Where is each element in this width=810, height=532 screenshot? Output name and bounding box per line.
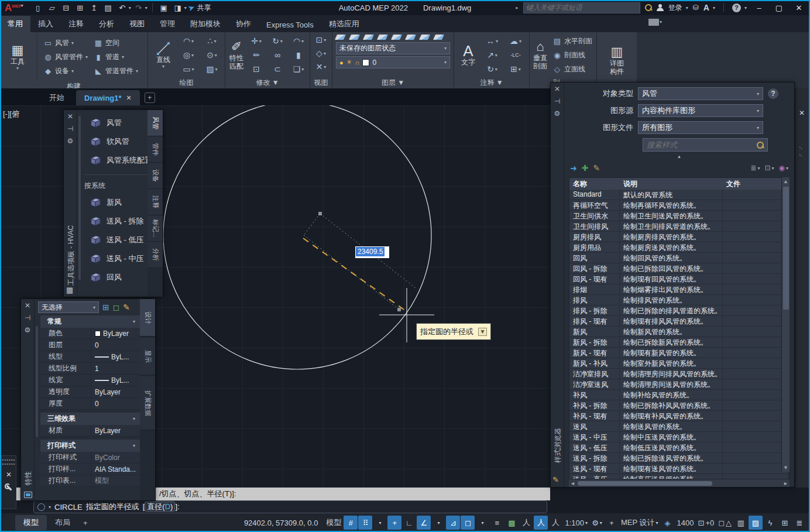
drawing1-tab[interactable]: Drawing1* ✕ — [76, 90, 140, 105]
layout-viewports-button[interactable]: ◨ — [171, 2, 184, 13]
search-icon[interactable] — [645, 4, 652, 11]
array-button[interactable]: ❏▾ — [290, 63, 307, 75]
property-row[interactable]: 线宽 ByL... — [40, 375, 140, 386]
apply-style-icon[interactable]: ➜ — [570, 163, 577, 173]
help-search-box[interactable] — [523, 2, 640, 13]
panel-label-annotate[interactable]: 注释 ▼ — [454, 78, 529, 88]
ribbon-tab[interactable]: 注释 — [61, 16, 91, 32]
help-icon[interactable]: ? — [732, 4, 741, 12]
style-row[interactable]: 排风 - 拆除 绘制已拆除的排风管道的系统。 — [569, 306, 789, 316]
ribbon-tab[interactable]: 管理 — [152, 16, 183, 32]
layer-match-icon[interactable] — [433, 35, 444, 40]
layer-prev-icon[interactable] — [419, 35, 430, 40]
style-row[interactable]: 卫生间供水 绘制卫生间送风管的系统。 — [569, 211, 789, 221]
vertical-scrollbar[interactable]: ▲ ▼ — [781, 177, 790, 472]
table-header[interactable]: 名称 说明 文件 — [569, 178, 789, 190]
ribbon-tab[interactable]: Express Tools — [259, 18, 321, 32]
join-button[interactable]: ∞ — [269, 49, 286, 61]
selection-dropdown[interactable]: 无选择▾ — [38, 301, 99, 313]
box-button[interactable]: ⊡ — [248, 63, 265, 75]
layer-dropdown[interactable]: ● ☀ ∩ 0▾ — [336, 56, 450, 68]
scroll-right-icon[interactable]: ► — [783, 480, 788, 486]
rectangle-button[interactable]: ▭▾ — [179, 63, 198, 75]
model-paper-toggle[interactable]: 模型 — [324, 516, 343, 530]
sign-in-link[interactable]: 登录 — [668, 3, 682, 13]
ribbon-tab[interactable]: 视图 — [122, 16, 152, 32]
style-row[interactable]: 厨房排风 绘制厨房排风管的系统。 — [569, 232, 789, 242]
section-3d-effects[interactable]: 三维效果▾ — [40, 413, 140, 425]
palette-tab[interactable]: 管件 — [147, 136, 163, 163]
style-search-input[interactable] — [647, 140, 757, 149]
model-space-tab[interactable]: 模型 — [15, 515, 47, 530]
style-row[interactable]: 厨房用品 绘制厨房送风管的系统。 — [569, 242, 789, 253]
style-row[interactable]: 送风 - 现有 绘制现有送风管的系统。 — [569, 464, 789, 474]
revision-cloud-button[interactable]: ☁▾ — [506, 35, 526, 47]
polar-tracking-toggle[interactable]: ∠ — [417, 516, 431, 530]
expand-arrow-icon[interactable]: ▸ — [516, 5, 519, 11]
redo-button[interactable]: ↷ — [132, 2, 145, 13]
layer-freeze-icon[interactable] — [377, 35, 388, 40]
drag-grip[interactable]: •••••••••••• — [2, 458, 16, 466]
osnap-dropdown[interactable]: ▾ — [475, 516, 489, 530]
vertical-section-button[interactable]: ⌂ 垂直 剖面 — [532, 34, 548, 76]
export-button[interactable]: ↥ — [88, 2, 101, 13]
style-row[interactable]: 回风 - 拆除 绘制已拆除回风管的系统。 — [569, 263, 789, 274]
match-properties-button[interactable]: ✐ 特性 匹配 — [228, 34, 245, 76]
cut-plane-button[interactable]: ⊡+0 — [696, 516, 716, 530]
close-tab-icon[interactable]: ✕ — [126, 94, 132, 102]
dimension-button[interactable]: ↔▾ — [482, 35, 502, 47]
add-style-icon[interactable]: ✚ — [582, 163, 589, 173]
list-view-button[interactable]: ≣▾ — [750, 164, 760, 172]
panel-label-modify[interactable]: 修改 ▼ — [225, 78, 310, 88]
property-row[interactable]: 颜色 ByLayer — [40, 328, 140, 339]
annotation-visibility-toggle[interactable]: 人 — [519, 516, 533, 530]
paint-style-icon[interactable]: ✎ — [593, 163, 600, 173]
arc-button[interactable]: ◠▾ — [179, 35, 198, 47]
property-row[interactable]: 材质 ByLayer — [40, 425, 140, 437]
scroll-up-icon[interactable]: ▲ — [783, 177, 788, 186]
style-row[interactable]: 新风 - 补风 绘制室外新风管的系统。 — [569, 358, 789, 369]
view-cube-button[interactable]: ⊡▾ — [311, 33, 331, 46]
hscroll-thumb[interactable] — [578, 481, 712, 486]
section-line-button[interactable]: ◉剖面线 — [551, 49, 594, 61]
style-row[interactable]: 新风 - 现有 绘制现有新风管的系统。 — [569, 348, 789, 358]
style-row[interactable]: 送风 - 低压 绘制低压送风管的系统。 — [569, 442, 789, 453]
style-row[interactable]: 再循环空气 绘制再循环风管的系统。 — [569, 200, 789, 211]
drawing-file-dropdown[interactable]: 所有图形▾ — [638, 121, 763, 134]
minimize-button[interactable]: – — [751, 2, 767, 13]
duct-fitting-button[interactable]: ◍风管管件▾ — [42, 50, 90, 63]
autohide-pin-icon[interactable]: ⊣ — [67, 125, 73, 132]
command-suggest-icon[interactable] — [37, 503, 45, 511]
new-drawing-tab-button[interactable]: + — [145, 92, 155, 103]
grid-toggle[interactable]: # — [344, 516, 358, 530]
close-icon[interactable]: ✕ — [799, 109, 805, 117]
properties-tab[interactable]: 扩展数据 — [140, 376, 155, 430]
horizontal-scrollbar[interactable]: ◄ ► — [569, 479, 790, 487]
leader-button[interactable]: ↗▾ — [482, 49, 502, 61]
style-row[interactable]: 送风 - 中压 绘制中压送风管的系统。 — [569, 432, 789, 442]
properties-scrollbar[interactable] — [36, 326, 38, 437]
property-row[interactable]: 线型 ByL... — [40, 351, 140, 363]
help-dropdown[interactable]: ▾ — [744, 5, 747, 11]
style-row[interactable]: 新风 - 拆除 绘制已拆除新风管的系统。 — [569, 337, 789, 348]
property-row[interactable]: 透明度 ByLayer — [40, 386, 140, 398]
diameter-option[interactable]: 直径(D) — [145, 502, 175, 512]
annotation-scale-button[interactable]: 1:100▾ — [563, 516, 589, 530]
panel-label-draw[interactable]: 绘图 — [148, 78, 225, 88]
help-icon[interactable]: ? — [768, 88, 778, 99]
object-type-dropdown[interactable]: 风管▾ — [638, 87, 763, 100]
style-row[interactable]: 补风 - 拆除 绘制已拆除补风风管的系统。 — [569, 400, 789, 411]
style-row[interactable]: 排风 绘制排风管的系统。 — [569, 295, 789, 306]
share-button[interactable]: ➤ 共享 — [188, 3, 211, 13]
snap-dropdown[interactable]: ▾ — [373, 516, 387, 530]
style-row[interactable]: 补风 - 现有 绘制现有补风风管的系统。 — [569, 411, 789, 421]
style-row[interactable]: Standard 默认的风管系统 — [569, 190, 789, 200]
signin-dropdown[interactable]: ▾ — [686, 5, 688, 11]
close-icon[interactable]: ✕ — [67, 113, 73, 120]
isolate-objects-button[interactable]: ◻△ — [716, 516, 733, 530]
panel-label-view[interactable]: 视图 — [310, 78, 332, 88]
copy-button[interactable]: ▮ — [290, 49, 307, 61]
dynamic-input-toggle[interactable]: + — [387, 516, 401, 530]
autodesk-a-icon[interactable]: A — [703, 3, 709, 12]
layer-on-icon[interactable] — [391, 35, 402, 40]
